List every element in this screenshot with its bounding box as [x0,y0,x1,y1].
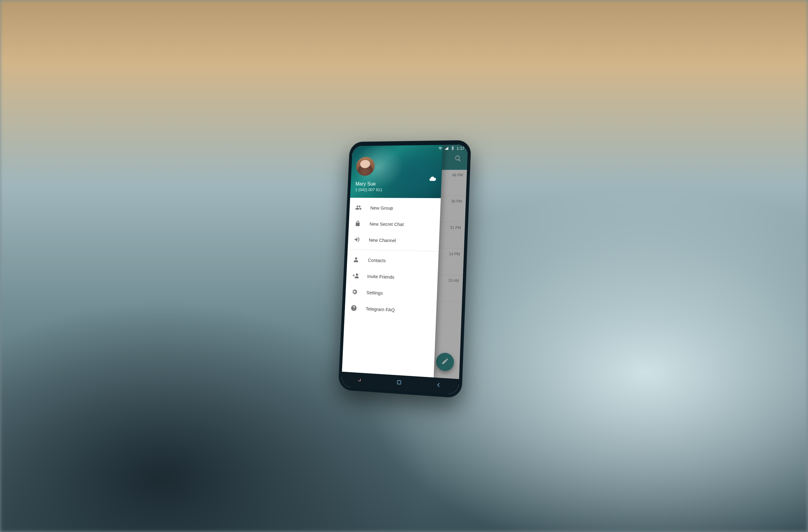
saved-messages-button[interactable] [428,175,437,184]
recents-icon [357,376,364,384]
navigation-drawer: Mary Sue 1 (042) 007 911 New Group New S… [342,145,443,377]
drawer-item-contacts[interactable]: Contacts [347,251,439,270]
drawer-item-invite-friends[interactable]: Invite Friends [346,267,438,286]
drawer-item-label: Contacts [368,257,386,263]
megaphone-icon [353,235,361,243]
profile-name: Mary Sue [355,181,437,187]
back-icon [435,381,442,390]
gear-icon [351,288,359,296]
drawer-divider [348,249,439,251]
drawer-item-label: Telegram FAQ [366,306,395,312]
home-icon [396,378,403,387]
avatar[interactable] [356,157,375,176]
phone-frame: 1:17 49 PM 38 PM 31 PM 14 PM 15 AM [338,140,471,398]
person-icon [352,256,360,263]
drawer-item-label: Invite Friends [367,273,394,280]
status-bar: 1:17 [352,145,468,153]
drawer-item-label: Settings [366,289,383,296]
drawer-item-new-secret-chat[interactable]: New Secret Chat [348,215,440,233]
help-icon [350,304,357,312]
lock-icon [354,220,362,227]
drawer-item-new-group[interactable]: New Group [349,199,441,216]
drawer-item-label: New Secret Chat [370,221,404,227]
phone-screen: 1:17 49 PM 38 PM 31 PM 14 PM 15 AM [341,145,468,395]
battery-icon [451,146,455,151]
nav-back-button[interactable] [429,377,448,394]
nav-recents-button[interactable] [351,372,370,388]
drawer-list: New Group New Secret Chat New Channel [342,198,441,378]
wifi-icon [438,146,442,151]
drawer-item-faq[interactable]: Telegram FAQ [345,299,437,320]
drawer-item-new-channel[interactable]: New Channel [348,231,439,249]
cloud-icon [429,175,437,184]
status-time: 1:17 [457,146,465,150]
drawer-item-label: New Channel [369,237,396,243]
profile-phone: 1 (042) 007 911 [355,187,436,192]
svg-rect-0 [397,380,401,384]
nav-home-button[interactable] [389,375,409,391]
drawer-item-label: New Group [370,205,393,210]
signal-icon [444,146,448,151]
person-add-icon [352,272,359,280]
group-icon [355,204,362,211]
